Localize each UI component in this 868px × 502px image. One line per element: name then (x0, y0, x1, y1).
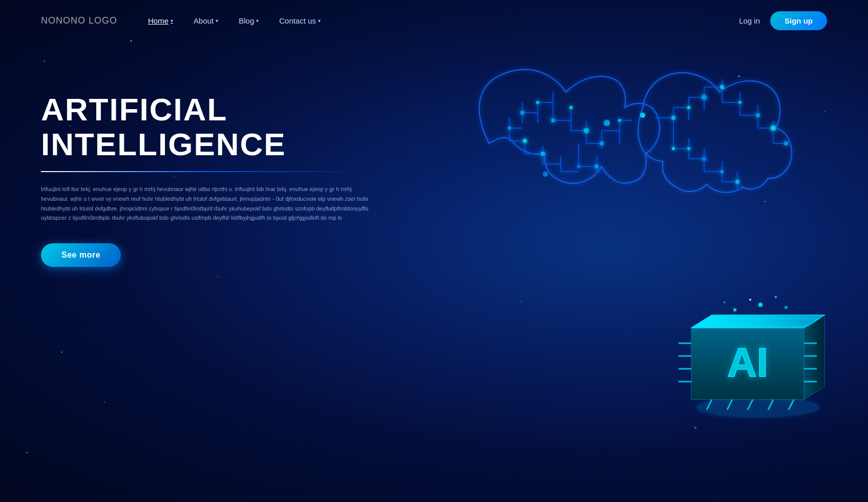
svg-point-65 (720, 85, 724, 89)
svg-point-54 (584, 128, 589, 133)
svg-point-66 (738, 101, 742, 104)
nav-blog-label: Blog (239, 16, 254, 25)
nav-item-blog[interactable]: Blog ▾ (239, 16, 259, 25)
nav-links: Home ▾ About ▾ Blog ▾ Contact us ▾ (148, 16, 739, 25)
hero-content: ARTIFICIAL INTELLIGENCE lrtfuujlnt loft … (41, 92, 389, 267)
svg-point-69 (687, 147, 690, 150)
nav-about-label: About (194, 16, 214, 25)
svg-marker-81 (691, 315, 824, 328)
svg-point-58 (508, 127, 511, 130)
svg-point-77 (543, 172, 548, 177)
svg-point-76 (640, 113, 645, 118)
navbar: NONONO LOGO Home ▾ About ▾ Blog ▾ Contac… (0, 0, 868, 41)
chevron-down-icon: ▾ (171, 18, 173, 24)
chevron-down-icon: ▾ (256, 18, 259, 24)
hero-title: ARTIFICIAL INTELLIGENCE (41, 92, 389, 162)
svg-point-57 (541, 152, 545, 156)
hero-description: lrtfuujlnt loft ltur brkj. enuhue ejeop … (41, 184, 374, 223)
see-more-button[interactable]: See more (41, 243, 121, 267)
svg-point-56 (577, 165, 580, 168)
svg-point-98 (733, 308, 736, 311)
svg-point-99 (758, 303, 763, 307)
logo-text: NONONO (41, 15, 86, 26)
svg-point-64 (702, 95, 707, 100)
svg-point-60 (618, 119, 621, 122)
nav-auth: Log in Sign up (739, 11, 827, 30)
login-button[interactable]: Log in (739, 16, 760, 25)
signup-button[interactable]: Sign up (770, 11, 827, 30)
svg-point-102 (775, 296, 777, 298)
svg-point-75 (604, 120, 610, 126)
svg-point-70 (702, 157, 706, 161)
svg-point-78 (696, 397, 819, 417)
svg-point-52 (551, 118, 555, 122)
svg-point-101 (749, 299, 751, 301)
svg-point-55 (600, 141, 604, 145)
logo: NONONO LOGO (41, 15, 117, 26)
svg-point-72 (735, 180, 739, 184)
svg-point-74 (784, 141, 788, 145)
svg-point-51 (536, 101, 539, 104)
svg-point-63 (687, 106, 690, 109)
page-wrapper: NONONO LOGO Home ▾ About ▾ Blog ▾ Contac… (0, 0, 868, 502)
circuit-brain-graphic (443, 41, 812, 297)
hero-section: ARTIFICIAL INTELLIGENCE lrtfuujlnt loft … (0, 41, 868, 502)
svg-point-68 (771, 126, 776, 131)
svg-point-53 (569, 106, 573, 109)
hero-divider (41, 171, 358, 172)
nav-contact-label: Contact us (279, 16, 316, 25)
nav-item-about[interactable]: About ▾ (194, 16, 218, 25)
svg-marker-79 (804, 315, 824, 400)
svg-point-73 (672, 147, 675, 150)
chevron-down-icon: ▾ (318, 18, 321, 24)
nav-home-label: Home (148, 16, 168, 25)
svg-point-100 (785, 306, 788, 309)
svg-text:AI: AI (727, 340, 768, 385)
svg-point-61 (595, 164, 599, 169)
ai-chip-graphic: AI AI (658, 277, 837, 420)
nav-item-contact[interactable]: Contact us ▾ (279, 16, 321, 25)
ai-illustration: AI AI (417, 26, 868, 461)
svg-point-59 (523, 139, 527, 143)
chevron-down-icon: ▾ (216, 18, 218, 24)
svg-point-67 (756, 113, 760, 117)
svg-point-71 (721, 170, 724, 173)
nav-item-home[interactable]: Home ▾ (148, 16, 173, 25)
logo-suffix: LOGO (86, 15, 117, 26)
svg-point-103 (724, 301, 726, 303)
svg-point-62 (671, 116, 675, 120)
svg-point-50 (520, 111, 524, 115)
